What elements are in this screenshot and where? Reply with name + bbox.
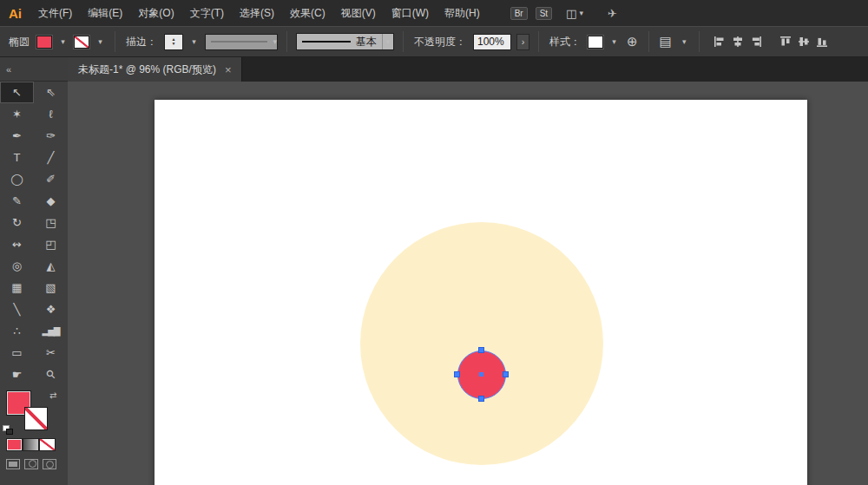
- stroke-weight-stepper[interactable]: ▲ ▼: [164, 34, 183, 50]
- anchor-handle-left[interactable]: [454, 371, 460, 377]
- document-setup-icon[interactable]: ▤: [660, 34, 672, 49]
- graphic-style-dropdown[interactable]: ▾: [608, 34, 620, 49]
- selection-tool[interactable]: ↖: [0, 82, 34, 103]
- eraser-tool[interactable]: ◆: [34, 190, 68, 212]
- opacity-panel-arrow[interactable]: ›: [516, 34, 529, 50]
- bridge-badge[interactable]: Br: [510, 7, 528, 20]
- sync-icon[interactable]: ✈: [608, 7, 617, 20]
- width-profile-preview: [211, 41, 267, 43]
- fill-color-swatch[interactable]: [36, 36, 52, 49]
- horizontal-align-center-icon[interactable]: [732, 36, 744, 48]
- document-setup-dropdown[interactable]: ▾: [679, 34, 690, 49]
- center-point-handle[interactable]: [479, 372, 483, 377]
- shape-builder-tool[interactable]: ◎: [0, 255, 34, 277]
- canvas[interactable]: [68, 82, 868, 485]
- perspective-grid-tool[interactable]: ◭: [34, 255, 68, 277]
- gradient-tool[interactable]: ▧: [34, 277, 68, 298]
- toolbar-collapse-button[interactable]: «: [0, 57, 68, 82]
- vertical-align-top-icon[interactable]: [779, 36, 792, 48]
- brush-stroke-preview: [302, 41, 351, 43]
- artboard-tool[interactable]: ▭: [0, 342, 34, 364]
- stroke-proxy-swatch[interactable]: [24, 407, 48, 430]
- active-tool-label: 椭圆: [9, 35, 30, 49]
- menubar: Ai 文件(F) 编辑(E) 对象(O) 文字(T) 选择(S) 效果(C) 视…: [0, 0, 868, 26]
- workspace-layout-icon: ◫: [566, 7, 576, 20]
- graphic-style-swatch[interactable]: [588, 36, 603, 49]
- outer-ellipse[interactable]: [360, 222, 603, 465]
- stroke-weight-label: 描边：: [126, 35, 157, 49]
- stroke-color-swatch[interactable]: [74, 36, 89, 49]
- default-stroke-mini: [6, 429, 13, 435]
- control-bar: 椭圆 ▾ ▾ 描边： ▲ ▼ ▾ ▾ 基本 ▾ 不透明度： 100% › 样式：…: [0, 26, 868, 57]
- opacity-input[interactable]: 100%: [473, 34, 511, 50]
- magic-wand-tool[interactable]: ✶: [0, 103, 34, 125]
- brush-definition-dropdown[interactable]: 基本 ▾: [296, 33, 394, 50]
- menu-edit[interactable]: 编辑(E): [80, 0, 130, 26]
- horizontal-align-right-icon[interactable]: [750, 36, 762, 48]
- stroke-color-dropdown[interactable]: ▾: [95, 34, 106, 49]
- draw-inside-icon[interactable]: [43, 459, 56, 469]
- swap-fill-stroke-icon[interactable]: ⇄: [49, 390, 56, 400]
- vertical-align-bottom-icon[interactable]: [816, 36, 828, 48]
- stock-badge[interactable]: St: [536, 7, 552, 20]
- draw-normal-icon[interactable]: [6, 459, 20, 469]
- width-tool[interactable]: ↭: [0, 233, 34, 255]
- menu-view[interactable]: 视图(V): [333, 0, 384, 26]
- horizontal-align-left-icon[interactable]: [713, 36, 726, 48]
- tab-close-icon[interactable]: ×: [225, 63, 232, 76]
- recolor-artwork-icon[interactable]: ⊕: [627, 34, 638, 49]
- workspace-switcher[interactable]: ◫ ▾: [566, 7, 583, 20]
- curvature-tool[interactable]: ✑: [34, 125, 68, 147]
- blend-tool[interactable]: ❖: [34, 298, 68, 320]
- collapse-chevrons-icon: «: [6, 64, 11, 75]
- separator: [115, 31, 115, 52]
- mesh-tool[interactable]: ▦: [0, 277, 34, 298]
- menu-window[interactable]: 窗口(W): [384, 0, 437, 26]
- symbol-sprayer-tool[interactable]: ∴: [0, 320, 34, 342]
- anchor-handle-bottom[interactable]: [478, 396, 484, 402]
- gradient-button[interactable]: [23, 438, 39, 451]
- separator: [648, 31, 649, 52]
- draw-behind-icon[interactable]: [24, 459, 38, 469]
- tab-row: « 未标题-1* @ 96% (RGB/预览) ×: [0, 57, 868, 82]
- rotate-tool[interactable]: ↻: [0, 212, 34, 233]
- none-button[interactable]: [39, 438, 56, 451]
- pen-tool[interactable]: ✒: [0, 125, 34, 147]
- menu-file[interactable]: 文件(F): [30, 0, 80, 26]
- pencil-tool[interactable]: ✎: [0, 190, 34, 212]
- anchor-handle-right[interactable]: [503, 371, 509, 377]
- width-profile-dropdown[interactable]: ▾: [205, 34, 278, 50]
- chevron-down-icon: ▾: [192, 38, 196, 46]
- eyedropper-tool[interactable]: ╲: [0, 298, 34, 320]
- default-fill-stroke-icon[interactable]: [3, 425, 14, 435]
- chevron-down-icon: ▾: [386, 38, 391, 46]
- hand-tool[interactable]: ☛: [0, 364, 34, 385]
- scale-tool[interactable]: ◳: [34, 212, 68, 233]
- color-button[interactable]: [6, 438, 23, 451]
- ellipse-tool[interactable]: ◯: [0, 168, 34, 190]
- chevron-down-icon: ▾: [682, 38, 687, 46]
- menu-help[interactable]: 帮助(H): [437, 0, 488, 26]
- menu-select[interactable]: 选择(S): [232, 0, 282, 26]
- stroke-weight-dropdown[interactable]: ▾: [188, 34, 200, 49]
- fill-color-dropdown[interactable]: ▾: [57, 34, 69, 49]
- free-transform-tool[interactable]: ◰: [34, 233, 68, 255]
- chevron-down-icon: ▾: [61, 38, 65, 46]
- tools-grid: ↖ ⇖ ✶ ℓ ✒ ✑ T ╱ ◯ ✐ ✎ ◆ ↻ ◳ ↭ ◰ ◎ ◭ ▦ ▧ …: [0, 82, 68, 385]
- vertical-align-center-icon[interactable]: [798, 36, 810, 48]
- brush-definition-chevron[interactable]: ▾: [382, 34, 393, 49]
- fill-stroke-block: ⇄: [0, 389, 68, 437]
- menu-type[interactable]: 文字(T): [182, 0, 232, 26]
- app-logo: Ai: [9, 6, 22, 21]
- direct-selection-tool[interactable]: ⇖: [34, 82, 68, 103]
- paintbrush-tool[interactable]: ✐: [34, 168, 68, 190]
- column-graph-tool[interactable]: ▂▅▇: [34, 320, 68, 342]
- menu-object[interactable]: 对象(O): [130, 0, 181, 26]
- opacity-label: 不透明度：: [414, 35, 466, 49]
- lasso-tool[interactable]: ℓ: [34, 103, 68, 125]
- anchor-handle-top[interactable]: [478, 347, 484, 353]
- line-segment-tool[interactable]: ╱: [34, 147, 68, 168]
- document-tab[interactable]: 未标题-1* @ 96% (RGB/预览) ×: [68, 57, 242, 82]
- type-tool[interactable]: T: [0, 147, 34, 168]
- menu-effect[interactable]: 效果(C): [282, 0, 333, 26]
